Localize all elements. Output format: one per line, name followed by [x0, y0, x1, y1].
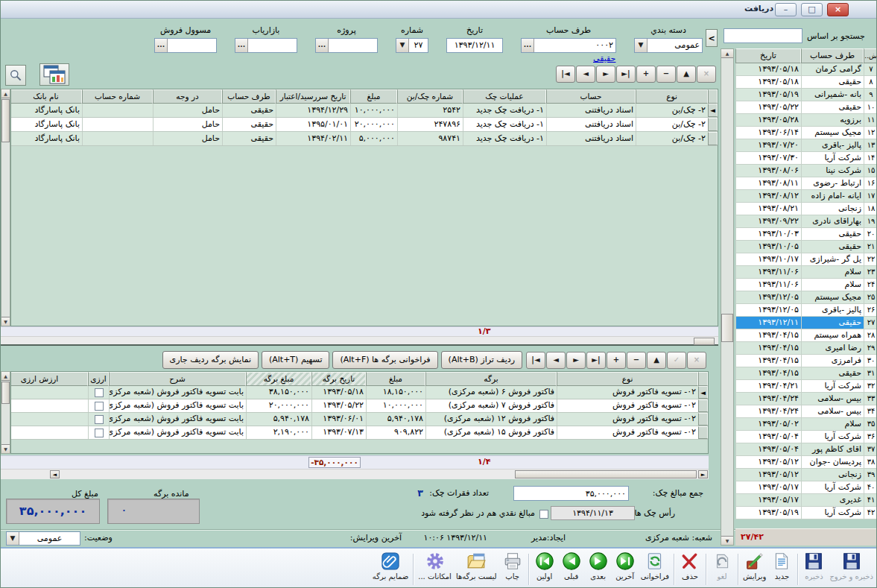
- list-item[interactable]: ۱۷ایانه -امام زاده۱۳۹۳/۰۸/۱۲: [735, 190, 877, 203]
- nav-last-button[interactable]: ►|: [616, 66, 636, 83]
- nav-first-button[interactable]: |◄: [556, 66, 575, 83]
- table-row[interactable]: ۲- چک/بناسناد دریافتنی۱- دریافت چک جدید۹…: [11, 132, 718, 146]
- toolbar-undo-button[interactable]: لغو: [709, 550, 735, 588]
- list-item[interactable]: ۲۶پالیز -باقری۱۳۹۳/۱۲/۰۵: [735, 304, 877, 317]
- hscroll-right-icon[interactable]: ►: [698, 470, 708, 478]
- list-item[interactable]: ۳۷اقای کاظم پور۱۳۹۳/۰۵/۰۴: [735, 443, 877, 456]
- balance-row-button[interactable]: ردیف تراز (Alt+B): [441, 351, 522, 369]
- column-header[interactable]: در وجه: [153, 89, 222, 104]
- toolbar-save-button[interactable]: ذخیره: [800, 550, 827, 588]
- scroll-up-icon[interactable]: ▲: [1, 372, 10, 381]
- list-item[interactable]: ۱۶ارتباط -رضوی۱۳۹۳/۰۸/۱۱: [735, 177, 877, 190]
- list-item[interactable]: ۱۸زنجانی۱۳۹۳/۰۸/۲۱: [735, 203, 877, 215]
- list-item[interactable]: ۱۲مجیک سیستم۱۳۹۳/۰۶/۱۴: [735, 127, 877, 139]
- include-cash-checkbox[interactable]: [539, 510, 548, 519]
- toolbar-options-button[interactable]: امکانات ...: [416, 550, 454, 588]
- list-item[interactable]: ۷گرامی کرمان۱۳۹۳/۰۵/۱۸: [735, 63, 877, 76]
- close-button[interactable]: ×: [827, 3, 849, 16]
- list-item[interactable]: ۱۰حقیقی۱۳۹۳/۰۵/۲۲: [735, 101, 877, 114]
- list-item[interactable]: ۲۸همراه سیستم۱۳۹۳/۰۴/۱۵: [735, 329, 877, 342]
- scroll-thumb[interactable]: [721, 314, 733, 342]
- nav-prev-button[interactable]: ◄: [576, 66, 595, 83]
- column-header-party[interactable]: طرف حساب: [801, 48, 864, 63]
- list-item[interactable]: ۸حقیقی۱۳۹۳/۰۵/۱۸: [735, 76, 877, 89]
- restore-button[interactable]: □: [801, 3, 823, 16]
- table-row[interactable]: ۰۲- تسویه فاکتور فروشفاکتور فروش ۷ (شعبه…: [11, 399, 708, 413]
- list-item[interactable]: ۴۰شرکت آریا۱۳۹۳/۰۵/۱۷: [735, 481, 877, 494]
- load-sheets-button[interactable]: فراخوانی برگه ها (Alt+F): [332, 351, 437, 369]
- list-item[interactable]: ۱۴شرکت آریا۱۳۹۳/۰۷/۳۰: [735, 152, 877, 165]
- sales-manager-input[interactable]: ...: [154, 38, 217, 53]
- column-header[interactable]: مبلغ: [350, 89, 397, 104]
- column-header[interactable]: نوع: [636, 89, 708, 104]
- list-item[interactable]: ۲۲یل گر -شیرازی۱۳۹۳/۱۰/۱۷: [735, 253, 877, 266]
- list-item[interactable]: ۳۴بیس -سلامی۱۳۹۳/۰۴/۲۴: [735, 405, 877, 418]
- column-header[interactable]: شرح: [109, 372, 246, 386]
- nav-edit-button[interactable]: ▲: [677, 66, 696, 83]
- toolbar-save-exit-button[interactable]: ذخیره و خروج: [827, 550, 876, 588]
- column-header[interactable]: شماره چک/بن: [397, 89, 463, 104]
- chevron-down-icon[interactable]: ▼: [7, 532, 19, 546]
- table-row[interactable]: ۰۲- تسویه فاکتور فروشفاکتور فروش ۱۲ (شعب…: [11, 413, 708, 426]
- toolbar-edit-button[interactable]: ویرایش: [741, 550, 768, 588]
- column-header-number[interactable]: ش...: [864, 48, 877, 63]
- category-combo[interactable]: عمومی ▼: [634, 38, 703, 53]
- column-header[interactable]: برگه: [425, 372, 557, 386]
- zoom-button[interactable]: [5, 65, 26, 86]
- scroll-up-icon[interactable]: ▲: [721, 49, 733, 58]
- list-item[interactable]: ۳۰فرامرزی۱۳۹۳/۰۴/۱۵: [735, 355, 877, 367]
- scroll-down-icon[interactable]: ▼: [721, 536, 733, 545]
- toolbar-refresh-button[interactable]: فراخوانی: [639, 550, 671, 588]
- column-header[interactable]: تاریخ برگه: [311, 372, 366, 386]
- column-header[interactable]: تاریخ سررسید/اعتبار: [276, 89, 350, 104]
- scroll-up-icon[interactable]: ▲: [1, 89, 10, 98]
- toolbar-sheets-list-button[interactable]: لیست برگه‌ها: [454, 550, 499, 588]
- checks-sum-input[interactable]: [513, 486, 629, 501]
- date-input[interactable]: ۱۳۹۳/۱۲/۱۱: [446, 38, 503, 53]
- column-header[interactable]: عملیات چک: [463, 89, 546, 104]
- nav-next-button[interactable]: ►: [596, 66, 615, 83]
- list-item[interactable]: ۲۷حقیقی۱۳۹۳/۱۲/۱۱: [735, 317, 877, 329]
- checks-hscrollbar[interactable]: [1, 336, 718, 346]
- hscroll-left-icon[interactable]: ◄: [50, 470, 60, 478]
- column-header[interactable]: ارزی: [88, 372, 109, 386]
- party-input[interactable]: ۰۰۰۲ ...: [521, 38, 616, 53]
- scroll-thumb[interactable]: [1, 382, 10, 404]
- search-input[interactable]: [724, 28, 802, 43]
- nav-post-button[interactable]: ✓: [667, 352, 686, 369]
- chevron-down-icon[interactable]: ▼: [635, 39, 648, 52]
- form-view-button[interactable]: [39, 63, 69, 86]
- table-row[interactable]: ◄۲- چک/بناسناد دریافتنی۱- دریافت چک جدید…: [11, 104, 718, 118]
- nav-add-button[interactable]: +: [607, 352, 626, 369]
- table-row[interactable]: ◄۰۲- تسویه فاکتور فروشفاکتور فروش ۶ (شعب…: [11, 386, 708, 399]
- currency-checkbox[interactable]: [95, 388, 104, 397]
- scroll-down-icon[interactable]: ▼: [1, 444, 10, 453]
- nav-edit-button[interactable]: ▲: [647, 352, 666, 369]
- invoices-hscrollbar[interactable]: ◄ ►: [1, 469, 709, 479]
- list-item[interactable]: ۳۵سلام۱۳۹۳/۰۵/۰۲: [735, 418, 877, 431]
- column-header[interactable]: شماره حساب: [82, 89, 153, 104]
- list-item[interactable]: ۲۳سلام۱۳۹۳/۱۱/۰۶: [735, 266, 877, 279]
- column-header-date[interactable]: تاریخ: [735, 48, 801, 63]
- currency-checkbox[interactable]: [95, 429, 104, 437]
- column-header[interactable]: ارزش ارزی: [10, 372, 88, 386]
- toolbar-nav-last-button[interactable]: آخرین: [612, 550, 639, 588]
- nav-remove-button[interactable]: −: [627, 352, 646, 369]
- currency-checkbox[interactable]: [95, 402, 104, 411]
- list-item[interactable]: ۳۹زنجانی۱۳۹۳/۰۵/۱۲: [735, 469, 877, 481]
- toolbar-nav-first-button[interactable]: اولین: [531, 550, 558, 588]
- minimize-button[interactable]: –: [775, 3, 797, 16]
- column-header[interactable]: نوع: [557, 372, 698, 386]
- list-item[interactable]: ۳۶شرکت آریا۱۳۹۳/۰۵/۰۴: [735, 431, 877, 443]
- list-item[interactable]: ۳۳بیس -سلامی۱۳۹۳/۰۴/۲۴: [735, 393, 877, 405]
- hscroll-thumb[interactable]: [515, 470, 697, 478]
- marketer-input[interactable]: ...: [235, 38, 297, 53]
- project-input[interactable]: ...: [315, 38, 378, 53]
- checks-vscrollbar[interactable]: ▲ ▼: [1, 89, 10, 326]
- list-item[interactable]: ۱۵شرکت نینا۱۳۹۳/۰۸/۰۶: [735, 165, 877, 177]
- column-header[interactable]: مبلغ: [366, 372, 425, 386]
- toolbar-delete-button[interactable]: حذف: [677, 550, 703, 588]
- list-item[interactable]: ۱۳پالیز -باقری۱۳۹۳/۰۷/۲۰: [735, 139, 877, 152]
- table-row[interactable]: ۲- چک/بناسناد دریافتنی۱- دریافت چک جدید۲…: [11, 118, 718, 132]
- toolbar-nav-next-button[interactable]: بعدی: [585, 550, 612, 588]
